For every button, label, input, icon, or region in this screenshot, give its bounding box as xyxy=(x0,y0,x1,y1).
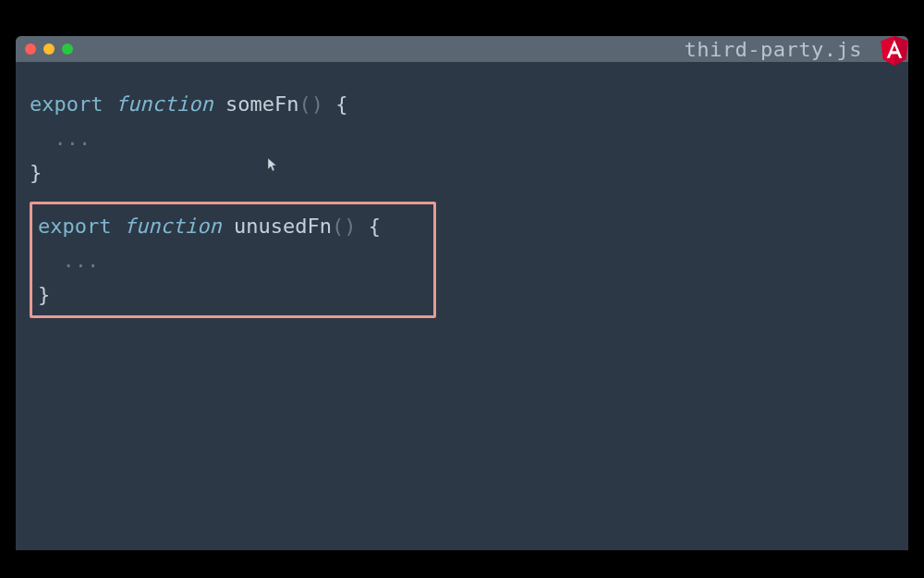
keyword-function: function xyxy=(124,215,222,238)
maximize-icon[interactable] xyxy=(62,43,73,55)
keyword-function: function xyxy=(116,92,213,116)
window-title: third-party.js xyxy=(685,38,862,61)
brace-close: } xyxy=(38,283,50,306)
svg-marker-1 xyxy=(894,36,908,66)
titlebar: third-party.js xyxy=(16,36,908,62)
brace-open: { xyxy=(356,215,381,238)
brace-close: } xyxy=(30,161,42,184)
editor-window: third-party.js export function someFn() … xyxy=(16,36,908,550)
code-block-1: export function someFn() { ... } xyxy=(30,88,894,191)
function-name: unusedFn xyxy=(234,215,332,238)
highlighted-code-block: export function unusedFn() { ... } xyxy=(30,202,436,318)
brace-open: { xyxy=(323,92,348,116)
function-body: ... xyxy=(38,249,99,272)
function-body: ... xyxy=(30,127,91,150)
parens: () xyxy=(332,215,357,238)
code-area[interactable]: export function someFn() { ... } export … xyxy=(16,62,908,344)
keyword-export: export xyxy=(30,92,103,116)
keyword-export: export xyxy=(38,215,111,238)
minimize-icon[interactable] xyxy=(43,43,55,55)
function-name: someFn xyxy=(225,92,298,116)
parens: () xyxy=(298,92,323,116)
angular-logo-icon xyxy=(881,36,908,66)
traffic-lights xyxy=(25,43,73,55)
close-icon[interactable] xyxy=(25,43,36,55)
